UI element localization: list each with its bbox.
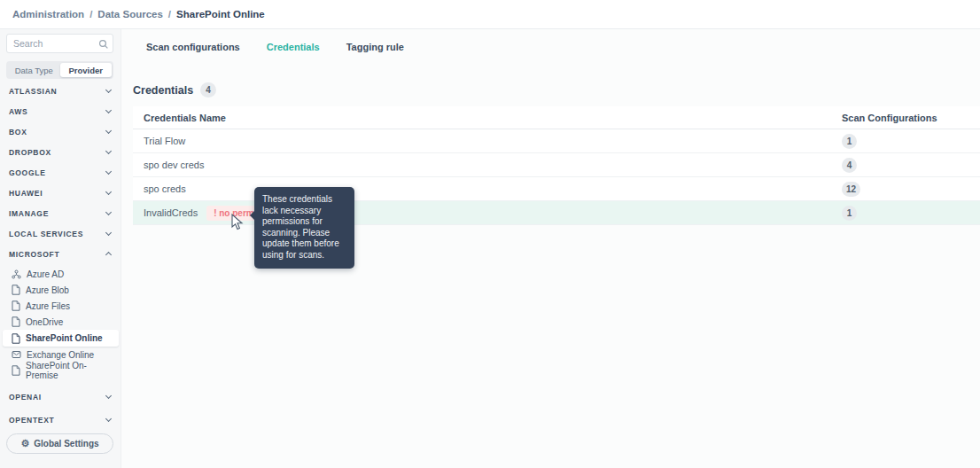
gear-icon: ⚙ (20, 439, 29, 448)
sidebar-item-azure-files[interactable]: Azure Files (3, 298, 119, 314)
sidebar-item-label: Azure AD (27, 269, 64, 279)
bottom-categories: OPENAI OPENTEXT (0, 386, 121, 430)
sidebar-item-label: Exchange Online (27, 350, 94, 360)
provider-category-list: ATLASSIAN AWS BOX DROPBOX GOOGLE HUAWEI (0, 81, 121, 430)
sidebar-item-azure-ad[interactable]: Azure AD (3, 266, 119, 282)
view-toggle: Data Type Provider (6, 61, 113, 79)
sidebar-category-google[interactable]: GOOGLE (0, 162, 121, 183)
sidebar-item-label: OneDrive (26, 317, 63, 327)
app-window: Administration / Data Sources / SharePoi… (0, 0, 980, 468)
credentials-count-badge: 4 (200, 82, 216, 98)
sidebar-category-aws[interactable]: AWS (0, 101, 121, 121)
scan-count-badge: 12 (842, 182, 860, 197)
chevron-down-icon (105, 209, 112, 215)
column-header-scan-configurations[interactable]: Scan Configurations (842, 113, 937, 123)
category-label: BOX (9, 128, 27, 136)
chevron-down-icon (105, 148, 112, 154)
category-label: OPENAI (9, 393, 42, 402)
sidebar-category-opentext[interactable]: OPENTEXT (0, 410, 121, 430)
tooltip: These credentials lack necessary permiss… (254, 187, 354, 269)
document-icon (12, 365, 20, 376)
chevron-down-icon (105, 230, 112, 236)
chevron-down-icon (105, 168, 112, 175)
table-row[interactable]: Trial Flow 1 (133, 129, 980, 153)
sidebar-item-label: Azure Files (26, 301, 70, 311)
chevron-down-icon (105, 189, 112, 195)
credential-name: InvalidCreds (144, 207, 198, 218)
sidebar-item-sharepoint-on-premise[interactable]: SharePoint On-Premise (3, 363, 119, 378)
sidebar-category-box[interactable]: BOX (0, 121, 121, 142)
sidebar-item-label: Azure Blob (26, 285, 69, 295)
category-label: OPENTEXT (9, 416, 54, 425)
search-icon (98, 37, 109, 53)
chevron-down-icon (105, 128, 112, 134)
sidebar-category-openai[interactable]: OPENAI (0, 386, 121, 407)
search-box (6, 34, 113, 53)
global-settings-label: Global Settings (34, 439, 98, 448)
table-row[interactable]: spo dev creds 4 (133, 153, 980, 177)
microsoft-children: Azure AD Azure Blob Azure Files (0, 264, 121, 378)
mouse-cursor (231, 214, 244, 234)
page-title: Credentials (133, 84, 193, 97)
category-label: AWS (9, 107, 27, 116)
document-icon (12, 333, 20, 344)
scan-count-badge: 4 (842, 158, 857, 173)
breadcrumb-data-sources[interactable]: Data Sources (97, 9, 163, 20)
sidebar: Data Type Provider ATLASSIAN AWS BOX DRO… (0, 29, 121, 468)
document-icon (12, 300, 20, 311)
breadcrumb-current-page: SharePoint Online (176, 9, 265, 20)
breadcrumb-administration[interactable]: Administration (12, 9, 84, 20)
chevron-down-icon (105, 87, 112, 93)
scan-count-badge: 1 (842, 206, 857, 221)
sidebar-category-local-services[interactable]: LOCAL SERVICES (0, 223, 121, 244)
main-content: Scan configurations Credentials Tagging … (121, 29, 980, 468)
category-label: HUAWEI (9, 189, 43, 198)
sidebar-category-imanage[interactable]: IMANAGE (0, 203, 121, 223)
chevron-down-icon (105, 416, 112, 422)
sidebar-item-azure-blob[interactable]: Azure Blob (3, 282, 119, 298)
table-header-row: Credentials Name Scan Configurations (133, 106, 980, 129)
column-header-credentials-name[interactable]: Credentials Name (133, 113, 226, 123)
tab-credentials[interactable]: Credentials (267, 38, 320, 56)
chevron-down-icon (105, 107, 112, 113)
toggle-data-type[interactable]: Data Type (8, 63, 60, 77)
sidebar-category-microsoft[interactable]: MICROSOFT (0, 244, 121, 264)
scan-count-badge: 1 (842, 134, 857, 149)
sidebar-category-atlassian[interactable]: ATLASSIAN (0, 81, 121, 101)
tab-tagging-rule[interactable]: Tagging rule (346, 38, 404, 56)
chevron-up-icon (105, 252, 112, 258)
envelope-icon (12, 350, 21, 359)
category-label: LOCAL SERVICES (9, 230, 83, 238)
sidebar-category-dropbox[interactable]: DROPBOX (0, 142, 121, 162)
tab-scan-configurations[interactable]: Scan configurations (146, 38, 240, 56)
sidebar-item-onedrive[interactable]: OneDrive (3, 314, 119, 330)
org-icon (12, 269, 21, 279)
sidebar-item-label: SharePoint Online (26, 333, 103, 343)
breadcrumb-separator: / (168, 9, 171, 20)
chevron-down-icon (105, 393, 112, 399)
sidebar-category-huawei[interactable]: HUAWEI (0, 183, 121, 203)
document-icon (12, 316, 20, 327)
category-label: ATLASSIAN (9, 87, 57, 96)
global-settings-button[interactable]: ⚙ Global Settings (6, 433, 113, 454)
tab-bar: Scan configurations Credentials Tagging … (146, 38, 404, 56)
credential-name: spo dev creds (133, 160, 204, 170)
sidebar-item-sharepoint-online[interactable]: SharePoint Online (3, 330, 119, 347)
credential-name: spo creds (133, 183, 186, 194)
breadcrumb-separator: / (89, 9, 92, 20)
sidebar-item-label: SharePoint On-Premise (26, 361, 113, 380)
category-label: MICROSOFT (9, 250, 59, 259)
search-input[interactable] (6, 34, 113, 53)
category-label: IMANAGE (9, 209, 49, 218)
credential-name: Trial Flow (133, 136, 185, 146)
category-label: DROPBOX (9, 148, 51, 157)
toggle-provider[interactable]: Provider (60, 63, 113, 77)
breadcrumb: Administration / Data Sources / SharePoi… (0, 0, 980, 29)
document-icon (12, 285, 20, 295)
section-header: Credentials 4 (133, 82, 216, 98)
category-label: GOOGLE (9, 168, 46, 177)
